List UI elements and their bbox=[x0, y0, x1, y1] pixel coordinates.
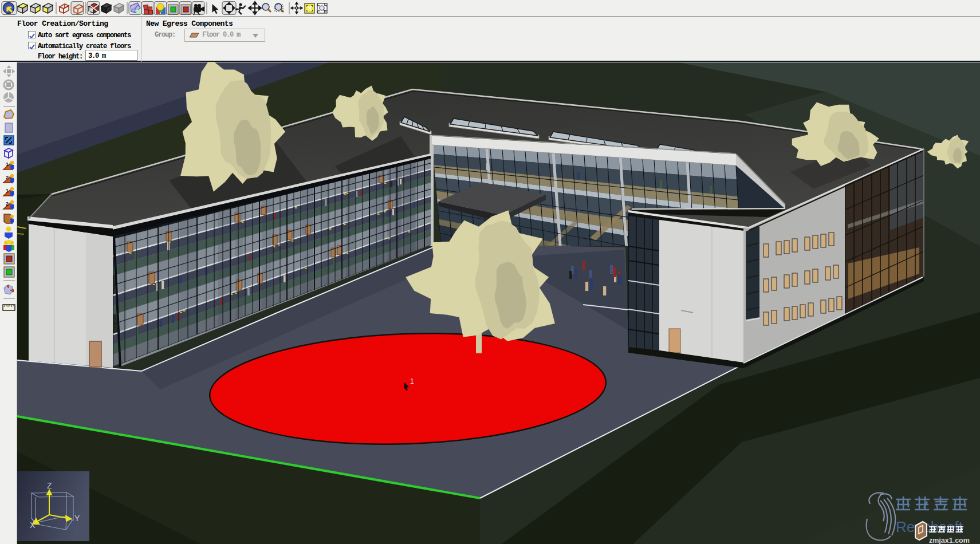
svg-text:1: 1 bbox=[410, 377, 414, 385]
svg-text:zmjax1.com: zmjax1.com bbox=[929, 537, 970, 544]
svg-text:Y: Y bbox=[74, 514, 80, 523]
svg-text:2: 2 bbox=[6, 201, 9, 207]
svg-text:X: X bbox=[30, 521, 36, 530]
svg-text:1: 1 bbox=[6, 161, 9, 167]
svg-text:2: 2 bbox=[6, 175, 9, 180]
svg-text:1: 1 bbox=[6, 188, 9, 194]
svg-text:Z: Z bbox=[47, 481, 52, 490]
